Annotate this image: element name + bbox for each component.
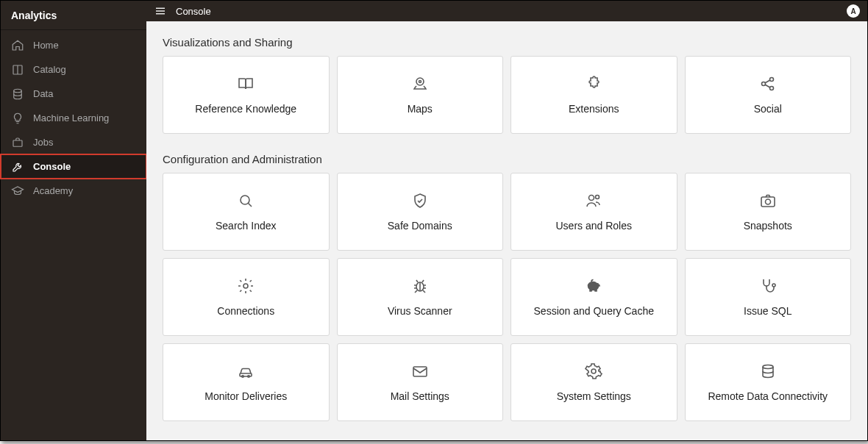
piggy-icon — [584, 277, 603, 295]
card-users-roles[interactable]: Users and Roles — [511, 173, 677, 251]
card-session-cache[interactable]: Session and Query Cache — [511, 258, 677, 336]
briefcase-icon — [11, 136, 24, 149]
sidebar-item-jobs[interactable]: Jobs — [1, 130, 146, 154]
sidebar-item-catalog[interactable]: Catalog — [1, 57, 146, 82]
sidebar-item-label: Academy — [33, 185, 73, 196]
card-label: Snapshots — [744, 220, 792, 232]
puzzle-icon — [584, 75, 603, 93]
card-issue-sql[interactable]: Issue SQL — [685, 258, 852, 336]
sidebar: Analytics HomeCatalogDataMachine Learnin… — [1, 1, 146, 440]
cog-icon — [584, 362, 603, 380]
card-social[interactable]: Social — [685, 56, 852, 134]
book-icon — [11, 63, 24, 76]
book-open-icon — [236, 75, 255, 93]
sidebar-item-label: Data — [33, 88, 53, 99]
topbar: Console A — [146, 1, 867, 21]
map-pin-icon — [410, 75, 430, 93]
gear-icon — [236, 277, 255, 295]
card-label: Users and Roles — [556, 220, 633, 232]
app-title: Analytics — [1, 1, 146, 30]
card-label: Social — [754, 103, 782, 115]
content: Visualizations and SharingReference Know… — [146, 21, 867, 440]
card-grid: Reference KnowledgeMapsExtensionsSocial — [163, 56, 851, 134]
main-area: Console A Visualizations and SharingRefe… — [146, 1, 867, 440]
card-label: Safe Domains — [388, 220, 452, 232]
section-0: Visualizations and SharingReference Know… — [163, 36, 851, 134]
car-icon — [236, 362, 255, 380]
card-label: Connections — [217, 305, 274, 317]
card-snapshots[interactable]: Snapshots — [685, 173, 852, 251]
graduation-icon — [11, 185, 24, 198]
card-label: Search Index — [216, 220, 277, 232]
sidebar-item-console[interactable]: Console — [1, 154, 146, 179]
card-remote-data[interactable]: Remote Data Connectivity — [685, 343, 852, 421]
card-maps[interactable]: Maps — [337, 56, 504, 134]
search-icon — [236, 192, 255, 210]
section-title: Configuration and Administration — [163, 153, 851, 165]
card-search-index[interactable]: Search Index — [163, 173, 330, 251]
card-label: Issue SQL — [744, 305, 791, 317]
sidebar-item-label: Console — [33, 161, 71, 172]
card-safe-domains[interactable]: Safe Domains — [337, 173, 504, 251]
bug-icon — [410, 277, 430, 295]
sidebar-item-label: Home — [33, 40, 59, 51]
card-label: Maps — [408, 103, 433, 115]
card-mail-settings[interactable]: Mail Settings — [337, 343, 504, 421]
section-1: Configuration and AdministrationSearch I… — [163, 153, 851, 421]
stethoscope-icon — [758, 277, 778, 295]
sidebar-item-label: Catalog — [33, 64, 66, 75]
hamburger-icon[interactable] — [154, 4, 167, 18]
card-label: Remote Data Connectivity — [708, 390, 828, 402]
lightbulb-icon — [11, 112, 24, 125]
sidebar-item-home[interactable]: Home — [1, 33, 146, 57]
page-title: Console — [176, 6, 211, 17]
card-label: Reference Knowledge — [195, 103, 296, 115]
mail-icon — [410, 362, 430, 380]
card-extensions[interactable]: Extensions — [511, 56, 677, 134]
card-virus-scanner[interactable]: Virus Scanner — [337, 258, 504, 336]
sidebar-item-academy[interactable]: Academy — [1, 179, 146, 203]
home-icon — [11, 39, 24, 52]
card-grid: Search IndexSafe DomainsUsers and RolesS… — [163, 173, 851, 421]
share-icon — [758, 75, 778, 93]
card-label: Extensions — [569, 103, 619, 115]
sidebar-nav: HomeCatalogDataMachine LearningJobsConso… — [1, 30, 146, 203]
card-label: System Settings — [557, 390, 631, 402]
sidebar-item-ml[interactable]: Machine Learning — [1, 106, 146, 130]
card-label: Monitor Deliveries — [204, 390, 287, 402]
section-title: Visualizations and Sharing — [163, 36, 851, 49]
card-label: Session and Query Cache — [534, 305, 654, 317]
card-system-settings[interactable]: System Settings — [511, 343, 677, 421]
wrench-icon — [11, 160, 24, 173]
users-icon — [584, 192, 603, 210]
card-label: Virus Scanner — [388, 305, 452, 317]
db-stack-icon — [758, 362, 778, 380]
avatar[interactable]: A — [847, 4, 860, 18]
camera-icon — [758, 192, 778, 210]
card-reference-knowledge[interactable]: Reference Knowledge — [163, 56, 330, 134]
card-label: Mail Settings — [391, 390, 449, 402]
database-icon — [11, 87, 24, 101]
sidebar-item-data[interactable]: Data — [1, 82, 146, 106]
card-connections[interactable]: Connections — [163, 258, 330, 336]
sidebar-item-label: Jobs — [33, 137, 53, 148]
sidebar-item-label: Machine Learning — [33, 112, 109, 123]
card-monitor-deliveries[interactable]: Monitor Deliveries — [163, 343, 330, 421]
shield-icon — [410, 192, 430, 210]
